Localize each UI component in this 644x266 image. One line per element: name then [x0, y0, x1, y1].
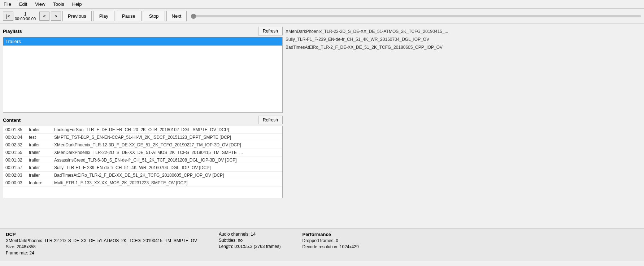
playlist-item-trailers[interactable]: Trailers: [3, 37, 282, 46]
left-panel: Playlists Refresh Trailers Content Refre…: [3, 27, 283, 226]
prev-frame-button[interactable]: <: [39, 12, 49, 21]
content-row-name-6: BadTimesAtElRo_TLR-2_F_DE-XX_DE_51_2K_TC…: [54, 173, 280, 178]
progress-bar-container[interactable]: [191, 15, 641, 17]
content-section: Content Refresh 00:01:35trailerLookingFo…: [3, 116, 283, 198]
right-panel-item-0[interactable]: XMenDarkPhoenix_TLR-22-2D_S_DE-XX_DE_51-…: [286, 28, 641, 35]
right-panel: XMenDarkPhoenix_TLR-22-2D_S_DE-XX_DE_51-…: [286, 27, 641, 226]
content-row-name-2: XMenDarkPhoenix_TLR-12-3D_F_DE-XX_DE_51_…: [54, 142, 280, 147]
content-row-time-3: 00:01:55: [5, 150, 29, 155]
decode-resolution: Decode resolution: 1024x429: [302, 244, 358, 249]
footer: DCP XMenDarkPhoenix_TLR-22-2D_S_DE-XX_DE…: [0, 228, 644, 261]
content-row-type-1: test: [29, 135, 54, 140]
next-button[interactable]: Next: [166, 11, 187, 21]
content-row-name-1: SMPTE_TST-B1P_S_EN-EN-CCAP_51-HI-VI_2K_I…: [54, 135, 280, 140]
content-row-time-5: 00:01:57: [5, 165, 29, 170]
content-row-type-2: trailer: [29, 142, 54, 147]
content-row-time-0: 00:01:35: [5, 127, 29, 132]
playlists-header: Playlists Refresh: [3, 27, 283, 35]
toolbar: |< 1 00:00:00.00 < > Previous Play Pause…: [0, 9, 644, 24]
footer-dcp-section: DCP XMenDarkPhoenix_TLR-22-2D_S_DE-XX_DE…: [6, 232, 197, 256]
menu-file[interactable]: File: [1, 1, 13, 8]
menu-view[interactable]: View: [33, 1, 47, 8]
dcp-title: DCP: [6, 232, 197, 237]
counter-number: 1: [24, 12, 27, 17]
content-row-type-5: trailer: [29, 165, 54, 170]
content-row-time-4: 00:01:32: [5, 158, 29, 163]
progress-bar-thumb[interactable]: [191, 14, 196, 19]
dcp-name: XMenDarkPhoenix_TLR-22-2D_S_DE-XX_DE_51-…: [6, 238, 197, 243]
dcp-framerate: Frame rate: 24: [6, 250, 197, 256]
skip-to-start-button[interactable]: |<: [3, 12, 13, 21]
content-row-0[interactable]: 00:01:35trailerLookingForSun_TLR_F_DE-DE…: [3, 126, 282, 134]
content-header: Content Refresh: [3, 116, 283, 124]
play-button[interactable]: Play: [93, 11, 114, 21]
length: Length: 0:01:55.3 (2763 frames): [219, 244, 280, 249]
dcp-size: Size: 2048x858: [6, 244, 197, 249]
content-row-time-6: 00:02:03: [5, 173, 29, 178]
content-row-name-7: Multi_FTR-1_F-133_XX-XX_MOS_2K_20231223_…: [54, 180, 280, 185]
content-row-type-0: trailer: [29, 127, 54, 132]
content-row-3[interactable]: 00:01:55trailerXMenDarkPhoenix_TLR-22-2D…: [3, 149, 282, 156]
subtitles: Subtitles: no: [219, 238, 280, 243]
content-box[interactable]: 00:01:35trailerLookingForSun_TLR_F_DE-DE…: [3, 126, 283, 198]
performance-title: Performance: [302, 232, 358, 237]
footer-audio-section: Audio channels: 14 Subtitles: no Length:…: [219, 232, 280, 249]
menubar: File Edit View Tools Help: [0, 0, 644, 9]
content-row-type-7: feature: [29, 180, 54, 185]
content-row-name-3: XMenDarkPhoenix_TLR-22-2D_S_DE-XX_DE_51-…: [54, 150, 280, 155]
content-row-name-4: AssassinsCreed_TLR-6-3D_S_EN-de-fr_CH_51…: [54, 158, 280, 163]
content-row-7[interactable]: 00:00:03featureMulti_FTR-1_F-133_XX-XX_M…: [3, 179, 282, 187]
playlists-title: Playlists: [3, 29, 22, 34]
next-frame-button[interactable]: >: [51, 12, 61, 21]
menu-tools[interactable]: Tools: [51, 1, 66, 8]
playlists-box[interactable]: Trailers: [3, 37, 283, 113]
right-panel-item-1[interactable]: Sully_TLR-F1_F-239_EN-de-fr_CH_51_4K_WR_…: [286, 36, 641, 43]
content-row-time-2: 00:02:32: [5, 142, 29, 147]
playlists-refresh-button[interactable]: Refresh: [258, 27, 283, 35]
content-row-time-7: 00:00:03: [5, 180, 29, 185]
content-row-name-5: Sully_TLR-F1_F-239_EN-de-fr_CH_51_4K_WR_…: [54, 165, 280, 170]
content-title: Content: [3, 117, 21, 123]
main-area: Playlists Refresh Trailers Content Refre…: [0, 24, 644, 228]
content-row-name-0: LookingForSun_TLR_F_DE-DE-FR_CH_20_2K_OT…: [54, 127, 280, 132]
audio-channels: Audio channels: 14: [219, 232, 280, 237]
footer-performance-section: Performance Dropped frames: 0 Decode res…: [302, 232, 358, 249]
pause-button[interactable]: Pause: [116, 11, 142, 21]
content-row-4[interactable]: 00:01:32trailerAssassinsCreed_TLR-6-3D_S…: [3, 156, 282, 164]
previous-button[interactable]: Previous: [62, 11, 92, 21]
content-row-type-3: trailer: [29, 150, 54, 155]
right-panel-item-2[interactable]: BadTimesAtElRo_TLR-2_F_DE-XX_DE_51_2K_TC…: [286, 44, 641, 51]
menu-help[interactable]: Help: [70, 1, 84, 8]
content-row-2[interactable]: 00:02:32trailerXMenDarkPhoenix_TLR-12-3D…: [3, 141, 282, 149]
progress-bar-track[interactable]: [191, 15, 641, 17]
content-row-time-1: 00:01:04: [5, 135, 29, 140]
content-row-5[interactable]: 00:01:57trailerSully_TLR-F1_F-239_EN-de-…: [3, 164, 282, 172]
content-row-1[interactable]: 00:01:04testSMPTE_TST-B1P_S_EN-EN-CCAP_5…: [3, 134, 282, 141]
content-row-type-4: trailer: [29, 158, 54, 163]
content-refresh-button[interactable]: Refresh: [258, 116, 283, 124]
dropped-frames: Dropped frames: 0: [302, 238, 358, 243]
content-row-6[interactable]: 00:02:03trailerBadTimesAtElRo_TLR-2_F_DE…: [3, 172, 282, 179]
playback-counter: 1 00:00:00.00: [15, 12, 36, 21]
counter-time: 00:00:00.00: [15, 17, 36, 21]
content-row-type-6: trailer: [29, 173, 54, 178]
menu-edit[interactable]: Edit: [17, 1, 29, 8]
stop-button[interactable]: Stop: [143, 11, 165, 21]
